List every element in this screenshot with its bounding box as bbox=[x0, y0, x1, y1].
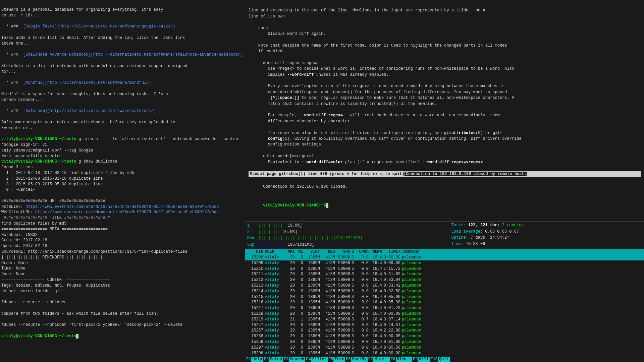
proc-cmd: palemoon bbox=[402, 294, 421, 300]
table-row[interactable]: 15219 vitaly 21 1 1395M 413M 50808 S 0.7… bbox=[245, 317, 644, 322]
table-row[interactable]: 15298 vitaly 20 0 1395M 413M 50808 S 0.0… bbox=[245, 351, 644, 356]
fkey-f10[interactable]: F10Quit bbox=[430, 357, 449, 362]
proc-time: 0:05.56 bbox=[382, 345, 400, 351]
table-row[interactable]: 15258 vitaly 20 0 1395M 413M 50808 S 0.0… bbox=[245, 334, 644, 339]
header-shr: SHR bbox=[335, 249, 350, 255]
table-row[interactable]: 15215 vitaly 20 0 1395M 413M 50808 S 0.0… bbox=[245, 294, 644, 300]
proc-pri: 21 bbox=[285, 317, 295, 322]
proc-pri: 20 bbox=[285, 277, 295, 283]
table-row[interactable]: 15297 vitaly 20 0 1395M 413M 50808 S 0.0… bbox=[245, 345, 644, 351]
fkey-label-1: Setup bbox=[269, 357, 283, 362]
table-row[interactable]: 15213 vitaly 20 0 1395M 413M 50808 S 0.0… bbox=[245, 283, 644, 289]
connection-closed-line: Connection to 192.168.0.100 closed. bbox=[263, 184, 347, 189]
proc-virt: 1395M bbox=[303, 334, 320, 339]
proc-s: S bbox=[350, 334, 355, 339]
proc-mem: 16.4 bbox=[369, 289, 382, 294]
table-row[interactable]: 15210 vitaly 20 0 1395M 413M 50808 S 0.0… bbox=[245, 266, 644, 272]
proc-user: vitaly bbox=[265, 311, 285, 317]
proc-mem: 16.4 bbox=[369, 317, 382, 322]
proc-shr: 50808 bbox=[335, 351, 350, 356]
proc-pri: 20 bbox=[285, 334, 295, 339]
proc-pri: 20 bbox=[285, 328, 295, 334]
proc-cpu: 0.0 bbox=[355, 277, 369, 283]
proc-user: vitaly bbox=[265, 334, 285, 339]
proc-virt: 1395M bbox=[303, 260, 320, 266]
proc-time: 0:24.51 bbox=[382, 322, 400, 328]
fkey-num-8: F9 bbox=[413, 357, 418, 362]
fkey-f6[interactable]: F6SortBy bbox=[345, 357, 368, 362]
htop-panel: 1 [|||||||||| 19.0%] 2 [|||||||| 16.6%] … bbox=[245, 221, 644, 362]
fkey-f4[interactable]: F4Filter bbox=[306, 357, 328, 362]
proc-user: vitaly bbox=[265, 277, 285, 283]
fkey-f9[interactable]: F9Kill bbox=[413, 357, 430, 362]
table-row[interactable]: 15212 vitaly 20 0 1395M 413M 50808 S 0.0… bbox=[245, 277, 644, 283]
fkey-f7[interactable]: F7Nice - bbox=[368, 357, 390, 362]
proc-cmd: palemoon bbox=[402, 266, 421, 272]
proc-pri: 20 bbox=[285, 351, 295, 356]
proc-pri: 20 bbox=[285, 266, 295, 272]
proc-ni: 0 bbox=[295, 339, 303, 345]
proc-user: vitaly bbox=[265, 305, 285, 311]
proc-cmd: palemoon bbox=[402, 345, 421, 351]
table-row[interactable]: 15217 vitaly 20 0 1395M 413M 50808 S 0.0… bbox=[245, 305, 644, 311]
proc-res: 413M bbox=[320, 277, 335, 283]
htop-system-info: Tasks: 122, 221 thr; 2 running Load aver… bbox=[445, 222, 642, 248]
table-row[interactable]: 15208 vitaly 20 0 1395M 413M 50808 S 0.0… bbox=[245, 255, 644, 260]
proc-s: S bbox=[350, 322, 355, 328]
tasks-running: 2 running bbox=[502, 223, 524, 228]
fkey-f3[interactable]: F3Search bbox=[283, 357, 306, 362]
proc-mem: 16.4 bbox=[369, 266, 382, 272]
proc-pid: 15219 bbox=[247, 317, 263, 322]
left-terminal-panel: Steward is a personal database for organ… bbox=[0, 0, 245, 362]
proc-pid: 15257 bbox=[247, 328, 263, 334]
proc-pid: 15217 bbox=[247, 305, 263, 311]
proc-res: 413M bbox=[320, 289, 335, 294]
fkey-num-7: F8 bbox=[390, 357, 395, 362]
cpu2-bar-text: [|||||||| 16.6%] bbox=[259, 229, 297, 235]
fkey-label-8: Kill bbox=[418, 357, 430, 362]
proc-pid: 15298 bbox=[247, 351, 263, 356]
proc-cpu: 0.0 bbox=[355, 272, 369, 277]
proc-time: 3:07.14 bbox=[382, 317, 400, 322]
proc-s: S bbox=[350, 272, 355, 277]
proc-ni: 0 bbox=[295, 283, 303, 289]
fkey-f8[interactable]: F8Nice + bbox=[390, 357, 412, 362]
table-row[interactable]: 15214 vitaly 20 0 1395M 413M 50808 S 0.0… bbox=[245, 289, 644, 294]
fkey-f5[interactable]: F5Tree bbox=[328, 357, 345, 362]
cursor-blink bbox=[76, 334, 78, 339]
uptime-line: Uptime: 7 days, 14:54:27 bbox=[451, 235, 642, 241]
proc-time: 0:33.42 bbox=[382, 283, 400, 289]
proc-mem: 16.4 bbox=[369, 328, 382, 334]
proc-shr: 50808 bbox=[335, 294, 350, 300]
tasks-line: Tasks: 122, 221 thr; 2 running bbox=[451, 222, 642, 229]
proc-virt: 1395M bbox=[303, 328, 320, 334]
proc-user: vitaly bbox=[265, 339, 285, 345]
tasks-label: Tasks: bbox=[451, 223, 468, 228]
table-row[interactable]: 15257 vitaly 20 0 1395M 413M 50808 S 0.0… bbox=[245, 328, 644, 334]
proc-shr: 50808 bbox=[335, 305, 350, 311]
proc-pid: 15216 bbox=[247, 300, 263, 305]
proc-s: S bbox=[350, 294, 355, 300]
proc-ni: 0 bbox=[295, 305, 303, 311]
htop-process-rows: 15208 vitaly 20 0 1395M 413M 50808 S 0.0… bbox=[245, 255, 644, 357]
table-row[interactable]: 15211 vitaly 20 0 1395M 413M 50808 S 0.0… bbox=[245, 272, 644, 277]
table-row[interactable]: 15247 vitaly 20 0 1395M 413M 50808 S 0.0… bbox=[245, 322, 644, 328]
proc-res: 413M bbox=[320, 317, 335, 322]
table-row[interactable]: 15216 vitaly 20 0 1395M 413M 50808 S 0.0… bbox=[245, 300, 644, 305]
proc-ni: 0 bbox=[295, 277, 303, 283]
proc-cmd: palemoon bbox=[402, 272, 421, 277]
proc-res: 413M bbox=[320, 272, 335, 277]
proc-time: 7:15.72 bbox=[382, 266, 400, 272]
proc-cmd: palemoon bbox=[402, 277, 421, 283]
uptime-label: Uptime: bbox=[451, 235, 471, 240]
fkey-f1[interactable]: F1Help bbox=[246, 357, 263, 362]
url-section: ################### URL ################… bbox=[1, 199, 219, 327]
fkey-num-4: F5 bbox=[328, 357, 333, 362]
proc-time: 0:00.00 bbox=[382, 311, 400, 317]
table-row[interactable]: 15259 vitaly 20 0 1395M 413M 50808 S 0.0… bbox=[245, 339, 644, 345]
table-row[interactable]: 15218 vitaly 20 0 1395M 413M 50808 S 0.0… bbox=[245, 311, 644, 317]
proc-s: S bbox=[350, 317, 355, 322]
table-row[interactable]: 15209 vitaly 20 0 1395M 413M 50808 S 0.0… bbox=[245, 260, 644, 266]
fkey-f2[interactable]: F2Setup bbox=[263, 357, 283, 362]
proc-pid: 15218 bbox=[247, 311, 263, 317]
